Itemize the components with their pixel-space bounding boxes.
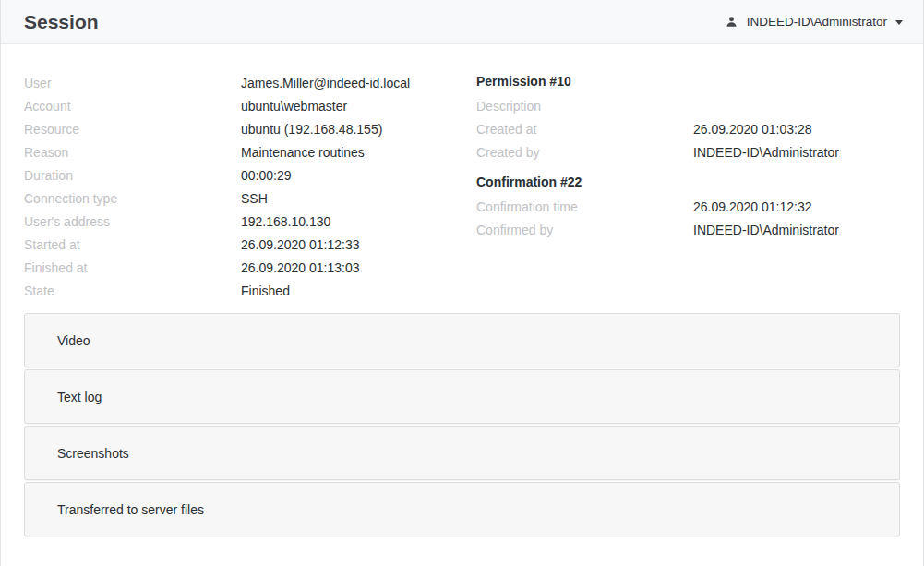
detail-value: 26.09.2020 01:12:33 — [241, 237, 359, 252]
detail-label: User — [24, 76, 241, 90]
accordion-section-screenshots[interactable]: Screenshots — [24, 426, 900, 480]
detail-row-duration: Duration 00:00:29 — [24, 163, 476, 187]
detail-row-confirmed-by: Confirmed by INDEED-ID\Administrator — [476, 218, 900, 241]
detail-value: INDEED-ID\Administrator — [693, 223, 839, 237]
detail-label: Account — [24, 99, 241, 114]
detail-row-reason: Reason Maintenance routines — [24, 140, 476, 163]
detail-row-confirmation-time: Confirmation time 26.09.2020 01:12:32 — [476, 195, 900, 218]
detail-value: 00:00:29 — [241, 168, 292, 183]
detail-value: ubuntu (192.168.48.155) — [241, 122, 382, 137]
detail-row-finished-at: Finished at 26.09.2020 01:13:03 — [24, 256, 476, 279]
detail-row-created-by: Created by INDEED-ID\Administrator — [476, 140, 900, 163]
detail-label: State — [24, 283, 241, 298]
detail-value: 26.09.2020 01:03:28 — [693, 122, 811, 137]
detail-value: Finished — [241, 283, 290, 298]
accordion-section-label: Transferred to server files — [57, 502, 204, 517]
detail-row-users-address: User's address 192.168.10.130 — [24, 210, 476, 233]
accordion-section-label: Text log — [57, 390, 102, 404]
accordion-section-video[interactable]: Video — [24, 313, 900, 367]
detail-value: James.Miller@indeed-id.local — [241, 76, 410, 90]
details-grid: User James.Miller@indeed-id.local Accoun… — [24, 71, 900, 302]
detail-row-account: Account ubuntu\webmaster — [24, 94, 476, 117]
person-icon — [724, 14, 739, 30]
detail-row-resource: Resource ubuntu (192.168.48.155) — [24, 117, 476, 140]
confirmation-heading: Confirmation #22 — [476, 172, 900, 195]
detail-label: Duration — [24, 168, 241, 183]
session-content: User James.Miller@indeed-id.local Accoun… — [1, 44, 923, 536]
detail-label: Reason — [24, 145, 241, 160]
page-header: Session INDEED-ID\Administrator — [1, 0, 923, 44]
user-menu-label: INDEED-ID\Administrator — [747, 15, 887, 29]
accordion-section-transferred-files[interactable]: Transferred to server files — [24, 482, 900, 536]
detail-row-user: User James.Miller@indeed-id.local — [24, 71, 476, 94]
accordion-section-label: Screenshots — [57, 446, 129, 461]
detail-value: 26.09.2020 01:12:32 — [693, 199, 811, 214]
permission-column: Permission #10 Description Created at 26… — [476, 71, 900, 302]
detail-row-started-at: Started at 26.09.2020 01:12:33 — [24, 233, 476, 256]
detail-value: ubuntu\webmaster — [241, 99, 347, 114]
accordion-section-label: Video — [57, 333, 90, 348]
session-page: Session INDEED-ID\Administrator User Jam… — [0, 0, 924, 566]
detail-value: 26.09.2020 01:13:03 — [241, 260, 359, 275]
detail-label: Resource — [24, 122, 241, 137]
caret-down-icon — [895, 20, 903, 25]
detail-label: Confirmation time — [476, 199, 693, 214]
permission-section: Permission #10 Description Created at 26… — [476, 71, 900, 163]
detail-value: 192.168.10.130 — [241, 214, 330, 229]
detail-row-description: Description — [476, 94, 900, 117]
user-menu[interactable]: INDEED-ID\Administrator — [724, 14, 903, 30]
detail-value: Maintenance routines — [241, 145, 365, 160]
detail-row-created-at: Created at 26.09.2020 01:03:28 — [476, 117, 900, 140]
detail-label: Created by — [476, 145, 693, 160]
detail-value: SSH — [241, 191, 268, 206]
session-artifacts-accordion: Video Text log Screenshots Transferred t… — [24, 313, 900, 536]
accordion-section-text-log[interactable]: Text log — [24, 369, 900, 424]
detail-label: Started at — [24, 237, 241, 252]
detail-label: Created at — [476, 122, 693, 137]
detail-label: User's address — [24, 214, 241, 229]
page-title: Session — [24, 11, 99, 33]
detail-label: Confirmed by — [476, 223, 693, 237]
detail-row-connection-type: Connection type SSH — [24, 187, 476, 210]
detail-value: INDEED-ID\Administrator — [693, 145, 839, 160]
detail-label: Connection type — [24, 191, 241, 206]
detail-row-state: State Finished — [24, 279, 476, 302]
confirmation-section: Confirmation #22 Confirmation time 26.09… — [476, 172, 900, 241]
permission-heading: Permission #10 — [476, 71, 900, 94]
detail-label: Description — [476, 99, 693, 114]
session-details: User James.Miller@indeed-id.local Accoun… — [24, 71, 476, 302]
detail-label: Finished at — [24, 260, 241, 275]
